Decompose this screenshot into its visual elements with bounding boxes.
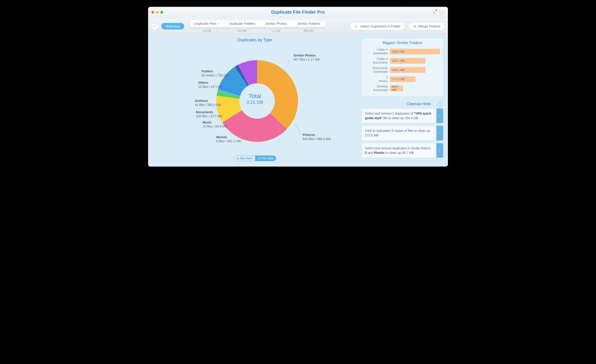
slice-label-similar-photos: Similar Photos367 files / 1.17 GB: [293, 53, 320, 61]
slice-label-pictures: Pictures645 files / 946.3 MB: [303, 133, 331, 141]
chart-type-toggle: Bar chart Pie chart: [153, 155, 357, 161]
tab-size-label: 1.8 GB: [190, 28, 224, 32]
chevron-down-icon: ▼: [217, 22, 220, 25]
similar-folder-label: Folder 4Downloads: [365, 48, 388, 55]
slice-label-others: Others15 files / 43.1 MB: [198, 80, 223, 89]
select-duplicates-label: Select Duplicates in Folder: [360, 24, 401, 28]
svg-point-1: [356, 26, 357, 27]
hint-text: Select and remove duplicates in similar …: [362, 143, 436, 158]
category-tabs: Duplicate Files▼Duplicate FoldersSimilar…: [190, 20, 326, 27]
feed-icon[interactable]: [432, 9, 437, 15]
hints-next-button[interactable]: [438, 102, 442, 106]
similar-folder-bar: 240.1 MB: [390, 67, 425, 73]
chart-title: Duplicates by Type: [153, 38, 357, 43]
donut-chart[interactable]: Total 3.21 GB Similar Photos367 files / …: [159, 44, 350, 153]
cleanup-hint-card[interactable]: Click to autoselect 5 copies of files to…: [362, 125, 443, 141]
category-tab-sizes: 1.8 GB252 MB1.2 GB905 MB: [190, 28, 326, 32]
tab-duplicate-folders[interactable]: Duplicate Folders: [224, 20, 260, 27]
merge-folders-label: Merge Folders: [418, 24, 440, 28]
similar-folder-row[interactable]: Folder 4Documents240.1 MB: [365, 57, 440, 65]
similar-folder-bar: 240.1 MB: [390, 58, 425, 64]
overview-pill[interactable]: Overview: [161, 23, 184, 29]
toolbar: Overview Duplicate Files▼Duplicate Folde…: [148, 18, 448, 34]
similar-folder-row[interactable]: DesktopDownloads86.4 MB: [365, 85, 440, 92]
chart-pane: Duplicates by Type Total 3.21 GB Similar…: [153, 38, 357, 161]
similar-folder-row[interactable]: DocumentsDownloads240.1 MB: [365, 66, 440, 74]
biggest-similar-title: Biggest Similar Folders: [365, 41, 440, 45]
hint-go-button[interactable]: [436, 126, 443, 140]
side-pane: Biggest Similar Folders Folder 4Download…: [362, 38, 443, 161]
tab-duplicate-files[interactable]: Duplicate Files▼: [190, 20, 224, 27]
donut-center: Total 3.21 GB: [246, 93, 263, 105]
merge-icon: [412, 24, 417, 28]
hint-go-button[interactable]: [436, 143, 443, 158]
similar-folder-label: DesktopDownloads: [365, 85, 388, 92]
similar-folder-bar: 171.3 MB: [390, 76, 415, 82]
cleanup-hint-card[interactable]: Select and remove duplicates in similar …: [362, 143, 443, 158]
app-title: Duplicate File Finder Pro: [148, 9, 448, 15]
notification-dot: [435, 9, 437, 11]
target-icon: [354, 24, 358, 28]
select-duplicates-in-folder-button[interactable]: Select Duplicates in Folder: [350, 23, 405, 30]
slice-label-archives: Archives34 files / 365.5 MB: [195, 99, 221, 107]
slice-label-documents: Documents109 files / 22.7 MB: [196, 110, 222, 118]
app-window: Duplicate File Finder Pro i Overview Dup…: [148, 7, 448, 167]
back-button[interactable]: [151, 23, 158, 30]
content: Duplicates by Type Total 3.21 GB Similar…: [148, 34, 448, 167]
similar-folder-bar: 336.3 MB: [390, 49, 440, 54]
similar-folder-label: 2печать: [365, 76, 388, 83]
similar-folder-row[interactable]: 2печать171.3 MB: [365, 76, 440, 83]
slice-label-movies: Movies6 files / 351.1 MB: [216, 135, 241, 143]
total-label: Total: [246, 93, 263, 100]
cleanup-hint-card[interactable]: Select and remove 2 duplicates of "VPN q…: [362, 108, 443, 124]
hint-text: Select and remove 2 duplicates of "VPN q…: [362, 109, 436, 123]
tab-similar-photos[interactable]: Similar Photos: [260, 20, 292, 27]
total-value: 3.21 GB: [246, 100, 263, 105]
merge-folders-button[interactable]: Merge Folders: [408, 23, 445, 30]
tab-size-label: 1.2 GB: [260, 28, 292, 32]
titlebar: Duplicate File Finder Pro i: [148, 7, 448, 18]
similar-folder-label: DocumentsDownloads: [365, 66, 388, 74]
slice-label-folders: Folders62 folders / 252 MB: [201, 69, 229, 77]
tab-size-label: 252 MB: [224, 28, 260, 32]
tab-size-label: 905 MB: [292, 28, 325, 32]
pie-chart-toggle[interactable]: Pie chart: [255, 156, 276, 161]
similar-folder-row[interactable]: Folder 4Downloads336.3 MB: [365, 48, 440, 55]
biggest-similar-folders-panel: Biggest Similar Folders Folder 4Download…: [362, 38, 443, 97]
cleanup-hints-section: Cleanup Hints Select and remove 2 duplic…: [362, 102, 443, 158]
info-icon[interactable]: i: [439, 9, 445, 15]
similar-folder-label: Folder 4Documents: [365, 57, 388, 65]
similar-folder-bar: 86.4 MB: [390, 86, 403, 91]
bar-chart-toggle[interactable]: Bar chart: [234, 156, 255, 161]
hint-text: Click to autoselect 5 copies of files to…: [362, 126, 436, 140]
tab-similar-folders[interactable]: Similar Folders: [292, 20, 325, 27]
slice-label-music: Music10 files / 59.8 MB: [203, 120, 227, 128]
hint-go-button[interactable]: [436, 109, 443, 123]
cleanup-hints-title: Cleanup Hints: [407, 102, 431, 106]
